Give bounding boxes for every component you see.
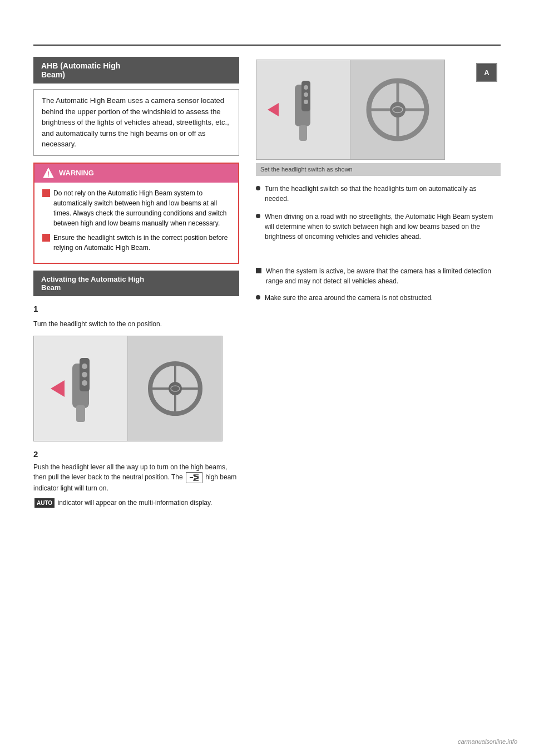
beam-icon-svg bbox=[189, 474, 200, 482]
left-column: AHB (Automatic High Beam) The Automatic … bbox=[33, 57, 239, 512]
watermark-text: carmanualsonline.info bbox=[458, 738, 517, 745]
watermark: carmanualsonline.info bbox=[458, 738, 517, 745]
warning-marker-2 bbox=[42, 234, 50, 242]
step2-auto-desc: AUTO indicator will appear on the multi-… bbox=[33, 498, 239, 508]
page-container: AHB (Automatic High Beam) The Automatic … bbox=[0, 0, 534, 756]
right-bullet-2: When driving on a road with no streetlig… bbox=[256, 212, 501, 242]
step2-desc: Push the headlight lever all the way up … bbox=[33, 462, 239, 493]
svg-point-29 bbox=[390, 102, 406, 117]
step-1-number: 1 bbox=[33, 304, 239, 313]
spacer bbox=[256, 249, 501, 266]
square-bullet-text: When the system is active, be aware that… bbox=[266, 266, 501, 286]
auto-badge: AUTO bbox=[34, 498, 55, 508]
svg-rect-25 bbox=[299, 125, 307, 141]
warning-header: ! WARNING bbox=[34, 164, 238, 183]
top-arrow-icon bbox=[268, 103, 279, 116]
top-rule bbox=[33, 45, 501, 46]
warning-title: WARNING bbox=[59, 169, 94, 177]
top-image: A bbox=[256, 60, 445, 160]
svg-rect-7 bbox=[76, 405, 85, 422]
high-beam-icon bbox=[186, 472, 202, 483]
top-illus-right: A bbox=[350, 60, 444, 159]
ahb-title-text: AHB (Automatic High Beam) bbox=[41, 61, 120, 79]
activating-title: Activating the Automatic High Beam bbox=[33, 271, 239, 296]
steering-wheel-illustration bbox=[145, 358, 206, 419]
svg-point-24 bbox=[304, 100, 308, 104]
step1-desc: Turn the headlight switch to the on posi… bbox=[33, 319, 239, 329]
svg-point-4 bbox=[82, 364, 87, 369]
svg-point-23 bbox=[304, 92, 308, 97]
top-stalk-svg bbox=[284, 76, 323, 143]
warning-triangle-icon: ! bbox=[42, 167, 55, 179]
right-column: A Set the headlight switch as shown Turn… bbox=[256, 57, 501, 512]
warning-bullet-1: Do not rely on the Automatic High Beam s… bbox=[42, 188, 230, 228]
top-illus-left bbox=[256, 60, 350, 159]
bullet-dot-3 bbox=[256, 295, 260, 300]
bullet-text-2: When driving on a road with no streetlig… bbox=[265, 212, 501, 242]
ahb-title: AHB (Automatic High Beam) bbox=[33, 57, 239, 84]
svg-point-5 bbox=[82, 372, 87, 377]
bullet-dot-1 bbox=[256, 186, 260, 190]
warning-bullet-2: Ensure the headlight switch is in the co… bbox=[42, 233, 230, 253]
square-marker bbox=[256, 268, 261, 273]
image-caption: Set the headlight switch as shown bbox=[256, 163, 501, 176]
right-bullet-1: Turn the headlight switch so that the he… bbox=[256, 184, 501, 204]
svg-text:!: ! bbox=[47, 170, 50, 178]
warning-text-2: Ensure the headlight switch is in the co… bbox=[53, 233, 230, 253]
warning-marker-1 bbox=[42, 189, 50, 197]
step2-area: 2 Push the headlight lever all the way u… bbox=[33, 449, 239, 508]
step2-more-text: indicator will appear on the multi-infor… bbox=[58, 499, 212, 507]
illustration-inner bbox=[34, 336, 222, 441]
bullet-text-3: Make sure the area around the camera is … bbox=[265, 293, 433, 303]
arrow-icon bbox=[51, 380, 65, 397]
illus-left bbox=[34, 336, 128, 441]
svg-point-6 bbox=[82, 380, 87, 386]
bullet-dot-2 bbox=[256, 214, 260, 218]
step-2-number: 2 bbox=[33, 449, 239, 459]
caption-text: Set the headlight switch as shown bbox=[260, 166, 353, 173]
right-bullet-3: Make sure the area around the camera is … bbox=[256, 293, 501, 303]
warning-text-1: Do not rely on the Automatic High Beam s… bbox=[53, 188, 230, 228]
top-steering-svg bbox=[362, 73, 434, 146]
svg-point-22 bbox=[304, 85, 308, 90]
right-square-bullet: When the system is active, be aware that… bbox=[256, 266, 501, 286]
description-box: The Automatic High Beam uses a camera se… bbox=[33, 89, 239, 156]
stalk-illustration bbox=[58, 352, 103, 425]
illus-right bbox=[128, 336, 222, 441]
top-image-container: A bbox=[256, 60, 501, 160]
warning-box: ! WARNING Do not rely on the Automatic H… bbox=[33, 163, 239, 264]
bullet-text-1: Turn the headlight switch so that the he… bbox=[265, 184, 501, 204]
activating-title-text: Activating the Automatic High Beam bbox=[41, 275, 144, 292]
description-text: The Automatic High Beam uses a camera se… bbox=[42, 96, 229, 148]
step1-illustration bbox=[33, 336, 222, 441]
main-content: AHB (Automatic High Beam) The Automatic … bbox=[0, 57, 534, 512]
